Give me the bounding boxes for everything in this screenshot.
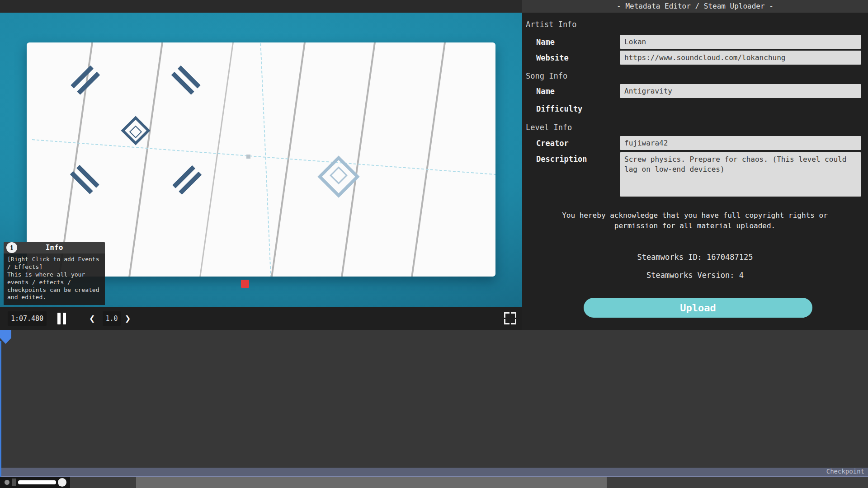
- info-icon: i: [6, 242, 17, 253]
- speed-decrease-button[interactable]: ❮: [89, 311, 95, 326]
- scrollbar-thumb[interactable]: [136, 477, 607, 488]
- timeline-scrollbar: [0, 477, 868, 488]
- diamond-object-small[interactable]: [121, 116, 150, 145]
- guide-line-vertical: [260, 42, 272, 277]
- menu-bar: [0, 0, 522, 13]
- artist-name-label: Name: [536, 38, 555, 47]
- game-canvas[interactable]: i Info [Right Click to add Events / Effe…: [0, 13, 522, 307]
- song-info-header: Song Info: [526, 71, 567, 80]
- zoom-out-dot[interactable]: [5, 480, 9, 485]
- metadata-panel: - Metadata Editor / Steam Uploader - Art…: [522, 0, 868, 330]
- zoom-handle[interactable]: [12, 479, 16, 486]
- info-tooltip: i Info [Right Click to add Events / Effe…: [4, 242, 105, 305]
- zoom-control: [0, 477, 70, 488]
- zoom-slider-track[interactable]: [18, 480, 56, 484]
- track-line: [123, 42, 166, 277]
- artist-website-input[interactable]: [620, 51, 861, 65]
- song-name-label: Name: [536, 87, 555, 96]
- time-display: 1:07.480: [8, 311, 47, 326]
- description-textarea[interactable]: Screw physics. Prepare for chaos. (This …: [620, 152, 861, 197]
- steamworks-version: Steamworks Version: 4: [522, 271, 868, 280]
- double-slash-object[interactable]: [166, 160, 208, 201]
- info-tooltip-header: i Info: [4, 242, 105, 253]
- info-tooltip-title: Info: [4, 242, 105, 253]
- event-check-button[interactable]: [250, 311, 304, 326]
- playback-speed-display: 1.0: [103, 311, 121, 326]
- editor-toolbar: 1:07.480 ❮ 1.0 ❯: [0, 307, 522, 330]
- panel-title: - Metadata Editor / Steam Uploader -: [522, 0, 868, 13]
- level-info-header: Level Info: [526, 123, 572, 132]
- guide-crossing-square: [246, 155, 250, 159]
- creator-label: Creator: [536, 139, 569, 148]
- info-tooltip-line: [Right Click to add Events / Effects]: [7, 256, 101, 271]
- speed-increase-button[interactable]: ❯: [125, 311, 131, 326]
- timeline[interactable]: Checkpoint: [0, 330, 868, 488]
- zoom-slider-knob[interactable]: [58, 478, 66, 487]
- steamworks-id: Steamworks ID: 1670487125: [522, 253, 868, 262]
- player-square[interactable]: [241, 280, 249, 288]
- artist-website-label: Website: [536, 53, 569, 62]
- double-slash-object[interactable]: [166, 60, 207, 101]
- artist-name-input[interactable]: [620, 35, 861, 49]
- playhead-line: [0, 341, 1, 477]
- artist-info-header: Artist Info: [526, 20, 577, 29]
- timeline-marker-bar[interactable]: [0, 330, 868, 341]
- panel-body: Artist Info Name Website Song Info Name …: [522, 13, 868, 330]
- pause-button[interactable]: [56, 311, 68, 326]
- difficulty-label: Difficulty: [536, 104, 582, 113]
- copyright-notice: You hereby acknowledge that you have ful…: [550, 210, 840, 231]
- creator-input[interactable]: [620, 136, 861, 150]
- double-slash-object[interactable]: [65, 60, 106, 101]
- info-tooltip-line: This is where all your events / effects …: [7, 271, 101, 302]
- description-label: Description: [536, 155, 587, 164]
- audio-waveform: [0, 341, 868, 468]
- song-name-input[interactable]: [620, 84, 861, 98]
- fullscreen-icon[interactable]: [504, 312, 516, 324]
- checkpoint-row-label: Checkpoint: [826, 467, 864, 476]
- track-line: [406, 42, 449, 277]
- upload-button[interactable]: Upload: [584, 298, 812, 318]
- checkpoint-row[interactable]: [0, 468, 868, 477]
- info-tooltip-body: [Right Click to add Events / Effects] Th…: [4, 253, 105, 305]
